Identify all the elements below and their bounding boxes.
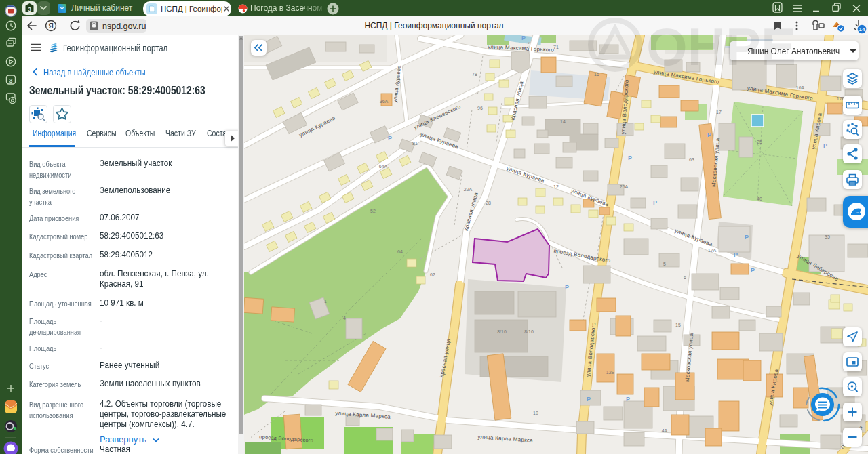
- svg-text:25: 25: [757, 140, 762, 144]
- svg-text:28: 28: [486, 201, 491, 205]
- svg-text:Я: Я: [48, 22, 53, 30]
- svg-text:P: P: [521, 35, 526, 41]
- svg-text:P: P: [388, 135, 392, 142]
- svg-text:P: P: [565, 284, 569, 291]
- svg-text:14: 14: [859, 26, 865, 33]
- svg-text:nspd.gov.ru: nspd.gov.ru: [102, 22, 146, 31]
- svg-text:3: 3: [9, 77, 12, 84]
- svg-text:78: 78: [472, 72, 477, 77]
- svg-text:1: 1: [324, 299, 327, 304]
- svg-text:63: 63: [689, 157, 694, 162]
- svg-text:62: 62: [430, 272, 435, 277]
- svg-text:4А: 4А: [662, 428, 668, 433]
- svg-text:4: 4: [343, 316, 346, 321]
- svg-text:8/10: 8/10: [524, 329, 534, 334]
- svg-text:P: P: [823, 142, 827, 149]
- svg-text:36А: 36А: [380, 99, 389, 104]
- svg-text:12Б: 12Б: [606, 370, 615, 375]
- svg-text:96: 96: [477, 106, 483, 110]
- svg-text:40: 40: [757, 197, 762, 201]
- svg-text:17: 17: [716, 110, 722, 115]
- svg-text:P: P: [626, 396, 630, 403]
- svg-text:15: 15: [594, 72, 599, 77]
- svg-text:22А: 22А: [464, 187, 473, 192]
- svg-text:52: 52: [370, 209, 376, 213]
- svg-text:17А: 17А: [708, 248, 717, 253]
- svg-text:5: 5: [663, 262, 666, 266]
- svg-text:81: 81: [412, 141, 418, 146]
- svg-text:25А: 25А: [620, 184, 629, 189]
- svg-text:P: P: [707, 131, 711, 138]
- svg-text:8/10: 8/10: [497, 329, 507, 334]
- svg-text:10: 10: [533, 411, 538, 415]
- svg-text:P: P: [628, 154, 632, 161]
- svg-text:12: 12: [553, 184, 559, 189]
- svg-text:71: 71: [553, 45, 559, 49]
- svg-text:6: 6: [684, 275, 686, 280]
- svg-text:P: P: [751, 267, 755, 274]
- svg-text:14: 14: [560, 119, 566, 124]
- svg-text:3: 3: [28, 6, 31, 13]
- svg-text:64: 64: [397, 249, 403, 254]
- svg-text:64А: 64А: [379, 164, 388, 169]
- svg-text:P: P: [587, 396, 591, 403]
- svg-text:P: P: [745, 234, 749, 241]
- svg-text:P: P: [653, 199, 657, 206]
- svg-text:16А: 16А: [796, 85, 805, 90]
- svg-text:35: 35: [825, 234, 830, 239]
- svg-text:P: P: [734, 251, 738, 258]
- svg-text:15: 15: [675, 323, 681, 327]
